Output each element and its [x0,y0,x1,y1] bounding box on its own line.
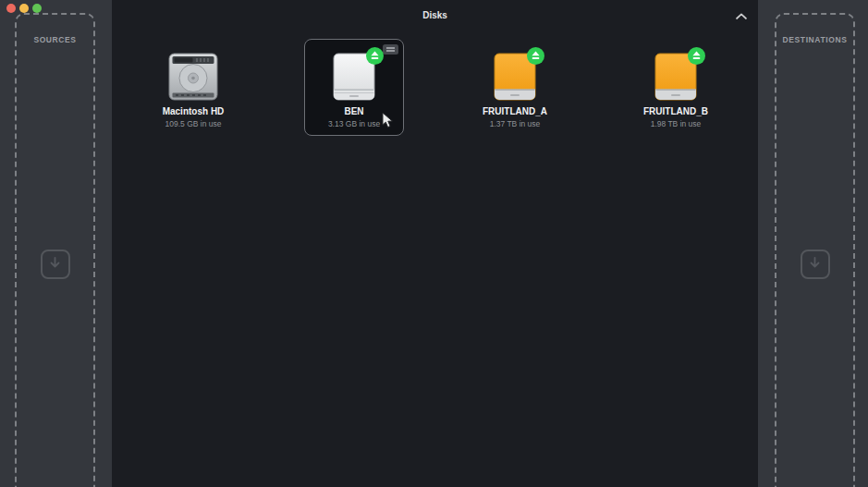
destinations-dropzone[interactable]: DESTINATIONS [775,13,855,487]
sources-panel: SOURCES [0,0,112,487]
disk-name: Macintosh HD [163,106,225,116]
minimize-button[interactable] [19,4,29,13]
disks-header: Disks [112,0,758,30]
disk-tile-ben[interactable]: BEN 3.13 GB in use [304,39,404,136]
disk-tile-fruitland-b[interactable]: FRUITLAND_B 1.98 TB in use [626,39,726,136]
window-controls [6,4,42,13]
disks-title: Disks [422,10,447,20]
chevron-up-icon [735,9,748,23]
sources-add-button[interactable] [41,250,70,279]
eject-icon[interactable] [688,47,705,65]
down-arrow-icon [48,256,62,273]
external-drive-icon [654,53,697,102]
disk-tile-fruitland-a[interactable]: FRUITLAND_A 1.37 TB in use [465,39,565,136]
disks-section: Disks [112,0,758,487]
sources-label: SOURCES [17,35,93,44]
disk-grid: Macintosh HD 109.5 GB in use [143,39,726,136]
disk-usage: 1.37 TB in use [490,119,541,128]
eject-icon[interactable] [527,47,544,65]
close-button[interactable] [6,4,16,13]
disk-usage: 109.5 GB in use [165,119,222,128]
mouse-cursor [382,112,394,132]
collapse-section-button[interactable] [734,9,749,20]
disk-name: FRUITLAND_B [643,106,708,116]
disk-tile-macintosh-hd[interactable]: Macintosh HD 109.5 GB in use [143,39,243,136]
disk-usage: 1.98 TB in use [651,119,702,128]
tile-menu-icon[interactable] [383,44,398,55]
internal-drive-icon [168,53,218,102]
destinations-panel: DESTINATIONS [758,0,868,487]
external-drive-icon [494,53,536,102]
disk-usage: 3.13 GB in use [328,119,380,128]
destinations-add-button[interactable] [801,250,830,279]
disk-name: BEN [344,106,363,116]
app-window: SOURCES Disks [0,0,868,487]
down-arrow-icon [808,256,822,273]
disk-name: FRUITLAND_A [483,106,547,116]
zoom-button[interactable] [32,4,42,13]
external-drive-icon [333,53,375,102]
destinations-label: DESTINATIONS [776,35,853,44]
sources-dropzone[interactable]: SOURCES [15,13,95,487]
eject-icon[interactable] [366,47,384,65]
